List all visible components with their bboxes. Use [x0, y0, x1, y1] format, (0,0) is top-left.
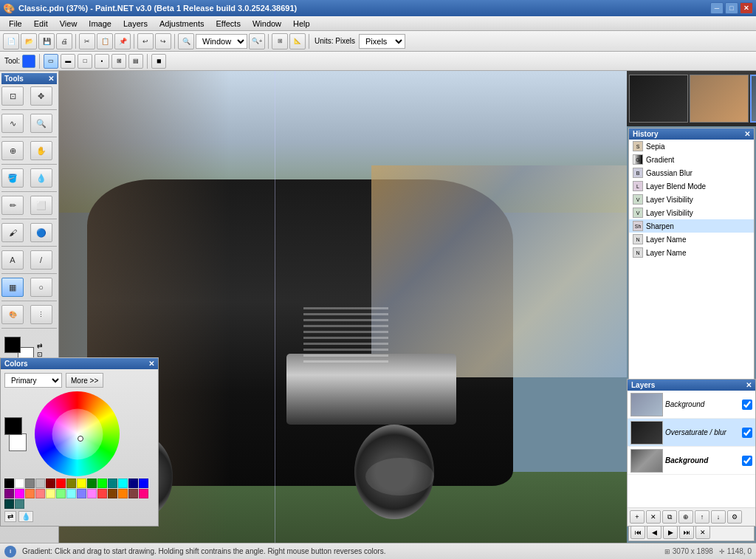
zoom-dropdown[interactable]: Window 37% 50% 100% [196, 34, 247, 49]
layer-visible-over[interactable] [742, 428, 752, 438]
palette-ltcyan[interactable] [66, 489, 76, 498]
tool-select-rect[interactable]: ⊡ [1, 86, 24, 106]
menu-layers[interactable]: Layers [117, 18, 154, 30]
history-last-btn[interactable]: ⏭ [679, 526, 694, 539]
layer-item-background[interactable]: Background [628, 391, 755, 419]
tool-indeterminate[interactable]: ⋮ [30, 305, 52, 324]
history-next-btn[interactable]: ▶ [663, 526, 678, 539]
history-item-blendmode[interactable]: L Layer Blend Mode [629, 179, 754, 193]
palette-lime[interactable] [97, 479, 107, 488]
menu-view[interactable]: View [54, 18, 83, 30]
color-wheel-selector[interactable] [78, 436, 83, 442]
palette-teal[interactable] [108, 479, 117, 488]
palette-pink[interactable] [35, 489, 45, 498]
copy-button[interactable]: 📋 [97, 33, 113, 49]
palette-maroon[interactable] [46, 479, 55, 488]
new-button[interactable]: 📄 [3, 33, 19, 49]
tool-eraser[interactable]: ⬜ [30, 196, 52, 215]
tool-shapes[interactable]: ○ [30, 278, 52, 297]
layer-properties-btn[interactable]: ⚙ [727, 510, 742, 524]
tool-opt-rect2[interactable]: ▬ [61, 54, 75, 69]
layer-item-oversaturate[interactable]: Oversaturate / blur [628, 419, 755, 447]
thumb-2[interactable] [690, 75, 749, 123]
tool-brush[interactable]: 🖌 [1, 223, 24, 242]
minimize-button[interactable]: ─ [710, 2, 724, 14]
history-item-gradient[interactable]: G Gradient [629, 153, 754, 166]
save-button[interactable]: 💾 [38, 33, 55, 49]
history-delete-btn[interactable]: ✕ [695, 526, 710, 539]
zoom-in-button[interactable]: 🔍+ [249, 33, 265, 49]
thumb-3[interactable] [750, 75, 756, 123]
tool-recolor[interactable]: 🎨 [1, 305, 24, 324]
tool-move[interactable]: ✥ [30, 86, 52, 106]
history-item-visibility2[interactable]: V Layer Visibility [629, 206, 754, 219]
palette-ltbrown[interactable] [128, 489, 138, 498]
menu-help[interactable]: Help [287, 18, 316, 30]
tools-close-btn[interactable]: ✕ [48, 75, 54, 83]
palette-red[interactable] [56, 479, 66, 488]
tool-opt-rect[interactable]: ▭ [44, 54, 58, 69]
palette-silver[interactable] [35, 479, 45, 488]
tool-color-indicator[interactable] [22, 55, 35, 68]
palette-gray[interactable] [25, 479, 35, 488]
palette-ltmagenta[interactable] [87, 489, 97, 498]
tool-opt-rect4[interactable]: ▪ [94, 54, 109, 69]
colors-close-btn[interactable]: ✕ [148, 360, 154, 368]
menu-effects[interactable]: Effects [210, 18, 247, 30]
cut-button[interactable]: ✂ [79, 33, 95, 49]
menu-adjustments[interactable]: Adjustments [154, 18, 210, 30]
color-mode-dropdown[interactable]: Primary Secondary [4, 373, 62, 388]
menu-edit[interactable]: Edit [28, 18, 54, 30]
palette-purple[interactable] [4, 489, 14, 498]
tool-line[interactable]: / [30, 250, 52, 270]
palette-salmon[interactable] [97, 489, 107, 498]
palette-black[interactable] [4, 479, 14, 488]
palette-blue[interactable] [139, 479, 148, 488]
thumb-1[interactable] [629, 75, 688, 123]
palette-magenta[interactable] [15, 489, 24, 498]
palette-darkorange[interactable] [118, 489, 128, 498]
tool-opt-rect5[interactable]: ⊞ [111, 54, 126, 69]
layer-duplicate-btn[interactable]: ⧉ [662, 510, 677, 524]
history-close-btn[interactable]: ✕ [744, 130, 750, 138]
units-dropdown[interactable]: Pixels Inches [359, 34, 405, 49]
grid-button[interactable]: ⊞ [272, 33, 288, 49]
maximize-button[interactable]: □ [725, 2, 738, 14]
open-button[interactable]: 📂 [21, 33, 37, 49]
color-wheel[interactable] [35, 391, 120, 476]
palette-ltyellow[interactable] [46, 489, 55, 498]
fg-color-swatch[interactable] [4, 337, 21, 353]
palette-olive[interactable] [66, 479, 76, 488]
palette-darkteal[interactable] [4, 499, 14, 509]
menu-window[interactable]: Window [247, 18, 287, 30]
history-item-gaussblur[interactable]: B Gaussian Blur [629, 166, 754, 179]
tool-pencil[interactable]: ✏ [1, 196, 24, 215]
palette-ltgreen[interactable] [56, 489, 66, 498]
palette-brown[interactable] [108, 489, 117, 498]
tool-opt-rect6[interactable]: ▤ [128, 54, 143, 69]
layer-down-btn[interactable]: ↓ [711, 510, 726, 524]
history-first-btn[interactable]: ⏮ [630, 526, 645, 539]
history-item-sepia[interactable]: S Sepia [629, 140, 754, 153]
layer-up-btn[interactable]: ↑ [695, 510, 709, 524]
history-item-sharpen[interactable]: Sh Sharpen [629, 219, 754, 233]
undo-button[interactable]: ↩ [137, 33, 154, 49]
history-item-name2[interactable]: N Layer Name [629, 246, 754, 259]
palette-green[interactable] [87, 479, 97, 488]
secondary-color-swatch[interactable] [9, 433, 27, 451]
palette-cyan[interactable] [118, 479, 128, 488]
layer-delete-btn[interactable]: ✕ [646, 510, 661, 524]
history-item-visibility1[interactable]: V Layer Visibility [629, 193, 754, 206]
color-more-button[interactable]: More >> [66, 373, 103, 388]
tool-clone[interactable]: 🔵 [30, 223, 52, 242]
palette-yellow[interactable] [77, 479, 86, 488]
zoom-out-button[interactable]: 🔍 [178, 33, 194, 49]
eyedropper-btn[interactable]: 💧 [18, 511, 33, 522]
tool-pan[interactable]: ✋ [30, 141, 52, 160]
layers-close-btn[interactable]: ✕ [746, 381, 752, 389]
swap-colors-btn[interactable]: ⇄ [37, 342, 43, 349]
redo-button[interactable]: ↪ [155, 33, 171, 49]
close-button[interactable]: ✕ [740, 2, 753, 14]
history-item-name1[interactable]: N Layer Name [629, 233, 754, 246]
tool-gradient[interactable]: ▦ [1, 278, 24, 297]
